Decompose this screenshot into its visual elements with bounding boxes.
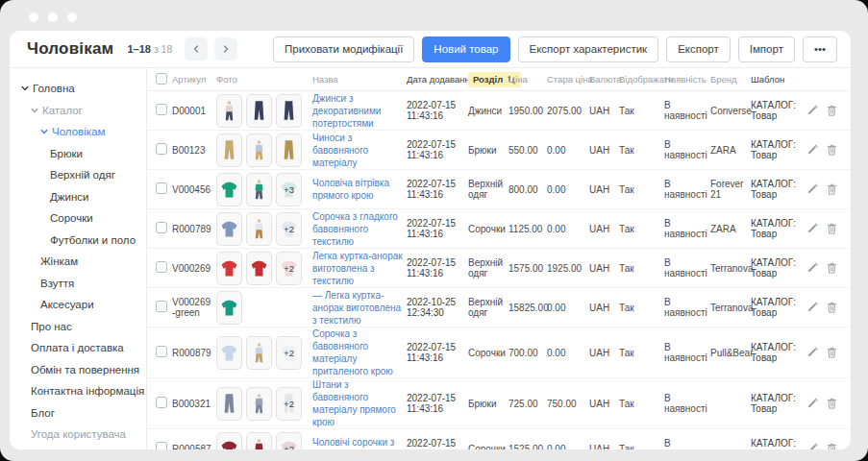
sidebar-item-угода-користувача[interactable]: Угода користувача	[10, 424, 146, 446]
product-name-link[interactable]: Чоловіча вітрівка прямого крою	[312, 178, 389, 201]
row-checkbox[interactable]	[156, 397, 167, 408]
product-photo[interactable]	[216, 133, 242, 167]
column-header-sku[interactable]: Артикул	[172, 74, 216, 85]
row-checkbox[interactable]	[156, 222, 167, 233]
edit-button[interactable]	[806, 105, 818, 116]
edit-button[interactable]	[806, 302, 818, 313]
column-header-currency[interactable]: Валюта	[589, 74, 619, 85]
product-name-link[interactable]: Джинси з декоративними потертостями	[312, 93, 381, 129]
product-photo[interactable]	[246, 94, 272, 128]
product-name-link[interactable]: Чиноси з бавовняного матеріалу	[312, 133, 368, 168]
sidebar-item-головна[interactable]: Головна	[10, 78, 146, 100]
sidebar-item-футболки-и-поло[interactable]: Футболки и поло	[10, 230, 146, 252]
product-name-link[interactable]: Сорочка з бавовняного матеріалу притален…	[312, 328, 393, 376]
window-control-dot[interactable]	[29, 12, 38, 22]
delete-button[interactable]	[827, 183, 837, 195]
more-photos-badge[interactable]: +2	[276, 252, 302, 285]
export-characteristics-button[interactable]: Експорт характеристик	[518, 36, 659, 62]
more-photos-badge[interactable]: +3	[276, 173, 302, 206]
row-checkbox[interactable]	[156, 104, 167, 115]
prev-page-button[interactable]	[185, 37, 208, 61]
delete-button[interactable]	[827, 144, 837, 156]
delete-button[interactable]	[827, 262, 837, 274]
delete-button[interactable]	[827, 223, 837, 234]
select-all-checkbox[interactable]	[156, 73, 167, 85]
import-button[interactable]: Імпорт	[738, 36, 795, 62]
column-header-section[interactable]: Розділ	[468, 72, 508, 87]
product-name-link[interactable]: Легка куртка-анорак виготовлена з тексти…	[312, 251, 403, 286]
edit-button[interactable]	[806, 443, 818, 449]
row-checkbox[interactable]	[156, 182, 167, 194]
delete-button[interactable]	[827, 302, 837, 313]
sidebar-item-аксесуари[interactable]: Аксесуари	[10, 294, 146, 316]
hide-modifications-button[interactable]: Приховати модифікації	[273, 36, 414, 62]
more-photos-badge[interactable]: +2	[276, 212, 302, 246]
delete-button[interactable]	[827, 443, 837, 449]
product-photo[interactable]	[216, 212, 242, 246]
window-control-dot[interactable]	[67, 12, 77, 22]
column-header-template[interactable]: Шаблон	[751, 74, 805, 85]
delete-button[interactable]	[827, 398, 837, 409]
column-header-old_price[interactable]: Стара ціна	[547, 74, 589, 85]
edit-button[interactable]	[806, 347, 818, 358]
product-photo[interactable]	[216, 173, 242, 206]
column-header-display[interactable]: Відображати	[619, 74, 664, 85]
delete-button[interactable]	[827, 105, 837, 116]
product-photo[interactable]	[246, 336, 272, 370]
sidebar-item-сорочки[interactable]: Сорочки	[10, 207, 146, 230]
delete-button[interactable]	[827, 347, 837, 358]
column-header-availability[interactable]: Наявність	[664, 74, 710, 85]
product-photo[interactable]	[216, 291, 242, 325]
sidebar-item-жінкам[interactable]: Жінкам	[10, 251, 146, 273]
product-name-link[interactable]: Чоловічі сорочки з легкого текстилю	[312, 437, 394, 449]
sidebar-item-взуття[interactable]: Взуття	[10, 273, 146, 295]
sidebar-item-брюки[interactable]: Брюки	[10, 143, 146, 165]
edit-button[interactable]	[806, 183, 818, 195]
sidebar-item-контактна-інформація[interactable]: Контактна інформація	[10, 380, 146, 402]
product-name-link[interactable]: Штани з бавовняного матеріалу прямого кр…	[312, 379, 396, 427]
row-checkbox[interactable]	[156, 143, 167, 155]
more-photos-badge[interactable]: +2	[276, 387, 302, 421]
column-header-price[interactable]: Ціна	[508, 74, 547, 85]
column-header-brand[interactable]: Бренд	[710, 74, 751, 85]
product-name-link[interactable]: Сорочка з гладкого бавовняного текстилю	[312, 211, 398, 247]
product-photo[interactable]	[216, 432, 242, 450]
more-button[interactable]: •••	[803, 36, 837, 62]
sidebar-item-чоловікам[interactable]: Чоловікам	[10, 121, 146, 143]
edit-button[interactable]	[806, 144, 818, 156]
product-photo[interactable]	[216, 387, 242, 421]
sidebar-item-про-нас[interactable]: Про нас	[10, 316, 146, 338]
product-photo[interactable]	[276, 133, 302, 167]
sidebar-item-відгуки-про-магазин[interactable]: Відгуки про магазин	[10, 446, 146, 450]
export-button[interactable]: Експорт	[666, 36, 731, 62]
product-photo[interactable]	[216, 336, 242, 370]
product-photo[interactable]	[216, 252, 242, 285]
edit-button[interactable]	[806, 398, 818, 409]
column-header-photo[interactable]: Фото	[216, 74, 312, 85]
row-checkbox[interactable]	[156, 346, 167, 357]
sidebar-item-каталог[interactable]: Каталог	[10, 100, 146, 122]
column-header-date[interactable]: Дата додавання	[407, 74, 468, 85]
row-checkbox[interactable]	[156, 442, 167, 449]
sidebar-item-блог[interactable]: Блог	[10, 402, 146, 425]
product-photo[interactable]	[246, 133, 272, 167]
more-photos-badge[interactable]: +2	[276, 336, 302, 370]
product-photo[interactable]	[246, 432, 272, 450]
product-photo[interactable]	[246, 212, 272, 246]
product-name-link[interactable]: — Легка куртка-анорак виготовлена з текс…	[312, 290, 401, 326]
sidebar-item-верхній-одяг[interactable]: Верхній одяг	[10, 164, 146, 186]
next-page-button[interactable]	[214, 37, 237, 61]
sidebar-item-джинси[interactable]: Джинси	[10, 186, 146, 208]
window-control-dot[interactable]	[48, 12, 58, 22]
edit-button[interactable]	[806, 262, 818, 274]
product-photo[interactable]	[246, 173, 272, 206]
new-product-button[interactable]: Новий товар	[422, 36, 509, 62]
row-checkbox[interactable]	[156, 261, 167, 273]
product-photo[interactable]	[216, 94, 242, 128]
product-photo[interactable]	[276, 94, 302, 128]
more-photos-badge[interactable]: +2	[276, 432, 302, 450]
product-photo[interactable]	[246, 387, 272, 421]
row-checkbox[interactable]	[156, 301, 167, 312]
sidebar-item-оплата-і-доставка[interactable]: Оплата і доставка	[10, 337, 146, 359]
edit-button[interactable]	[806, 223, 818, 234]
